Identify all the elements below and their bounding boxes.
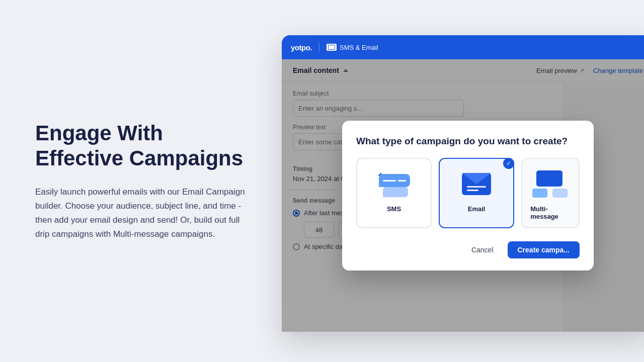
campaign-options: ✦ SMS — [356, 158, 580, 228]
sms-campaign-card[interactable]: ✦ SMS — [356, 158, 432, 228]
headline: Engage With Effective Campaigns — [35, 121, 247, 171]
cancel-button[interactable]: Cancel — [463, 242, 502, 258]
content-area: Email content Email preview ↗ Change tem… — [282, 59, 644, 332]
left-panel: Engage With Effective Campaigns Easily l… — [0, 90, 282, 272]
modal-title: What type of campaign do you want to cre… — [356, 136, 580, 147]
sms-email-icon — [327, 44, 337, 51]
email-campaign-card[interactable]: ✓ Email — [439, 158, 514, 228]
topbar-service: SMS & Email — [327, 44, 378, 51]
campaign-type-modal: What type of campaign do you want to cre… — [342, 121, 594, 270]
email-icon — [459, 169, 494, 199]
email-card-label: Email — [468, 205, 486, 213]
modal-footer: Cancel Create campa... — [356, 241, 580, 258]
topbar-divider — [319, 43, 319, 52]
description: Easily launch powerful emails with our E… — [35, 185, 247, 241]
topbar-service-label: SMS & Email — [340, 44, 378, 51]
modal-overlay: What type of campaign do you want to cre… — [282, 59, 644, 332]
sms-icon: ✦ — [374, 169, 414, 199]
yotpo-logo: yotpo. — [291, 43, 312, 52]
topbar: yotpo. SMS & Email — [282, 35, 644, 59]
sms-card-label: SMS — [387, 205, 401, 213]
multi-message-icon — [530, 169, 571, 199]
multi-message-campaign-card[interactable]: Multi-message — [521, 158, 580, 228]
multi-message-card-label: Multi-message — [530, 205, 571, 220]
selected-check-icon: ✓ — [503, 158, 514, 169]
app-window: yotpo. SMS & Email Email content Email p… — [282, 35, 644, 332]
create-campaign-button[interactable]: Create campa... — [508, 241, 580, 258]
